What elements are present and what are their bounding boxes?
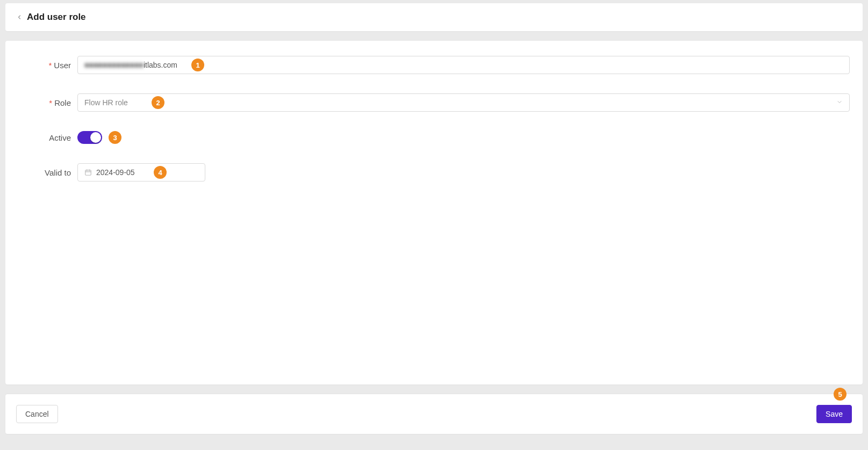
- role-label: *Role: [18, 98, 77, 107]
- required-asterisk-icon: *: [49, 98, 52, 107]
- cancel-button[interactable]: Cancel: [16, 405, 58, 423]
- back-icon[interactable]: [16, 14, 23, 20]
- annotation-marker-1: 1: [191, 59, 204, 71]
- page-header: Add user role: [5, 3, 863, 31]
- valid-to-label-text: Valid to: [45, 168, 71, 177]
- form-row-active: Active 3: [18, 131, 850, 144]
- toggle-knob: [90, 132, 101, 143]
- user-label-text: User: [54, 61, 71, 70]
- user-masked-value: ■■■■■■■■■■■■■: [84, 61, 144, 69]
- calendar-icon: [84, 169, 92, 176]
- chevron-down-icon: [836, 98, 843, 107]
- form-row-role: *Role Flow HR role 2: [18, 93, 850, 112]
- save-button[interactable]: Save: [816, 405, 852, 423]
- active-toggle[interactable]: [77, 131, 102, 144]
- role-placeholder: Flow HR role: [84, 98, 128, 107]
- valid-to-datepicker[interactable]: 2024-09-05: [77, 163, 205, 182]
- form-card: *User ■■■■■■■■■■■■■itlabs.com 1 *Role Fl…: [5, 41, 863, 384]
- required-asterisk-icon: *: [48, 61, 52, 70]
- form-row-valid-to: Valid to 2024-09-05 4: [18, 163, 850, 182]
- annotation-marker-2: 2: [152, 96, 164, 109]
- role-label-text: Role: [54, 98, 71, 107]
- valid-to-value: 2024-09-05: [96, 168, 135, 177]
- active-label: Active: [18, 133, 77, 142]
- user-label: *User: [18, 61, 77, 70]
- annotation-marker-3: 3: [109, 131, 121, 144]
- active-label-text: Active: [49, 133, 71, 142]
- form-row-user: *User ■■■■■■■■■■■■■itlabs.com 1: [18, 56, 850, 74]
- annotation-marker-5: 5: [834, 388, 847, 401]
- annotation-marker-4: 4: [154, 166, 167, 179]
- page-title: Add user role: [27, 12, 86, 23]
- valid-to-label: Valid to: [18, 168, 77, 177]
- svg-rect-0: [85, 170, 91, 175]
- footer-bar: Cancel 5 Save: [5, 394, 863, 434]
- role-select[interactable]: Flow HR role: [77, 93, 850, 112]
- user-suffix: itlabs.com: [144, 61, 177, 69]
